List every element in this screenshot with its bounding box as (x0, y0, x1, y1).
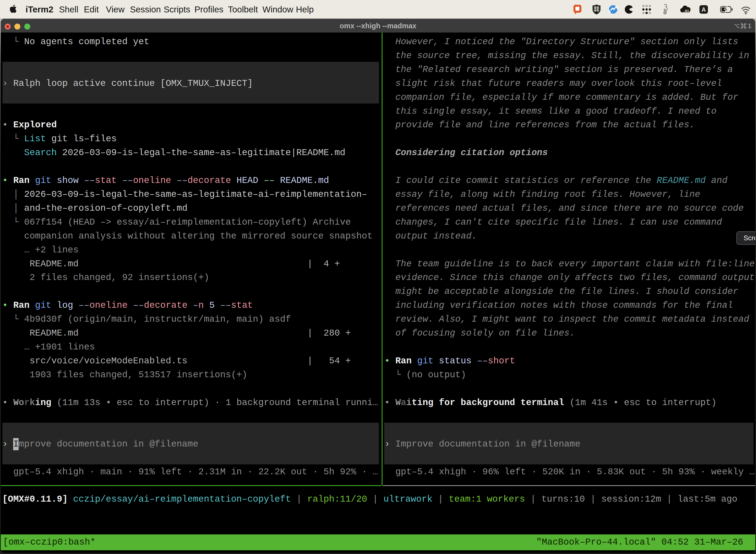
svg-text:..61: ..61 (683, 9, 689, 13)
svg-text:A: A (701, 6, 706, 13)
